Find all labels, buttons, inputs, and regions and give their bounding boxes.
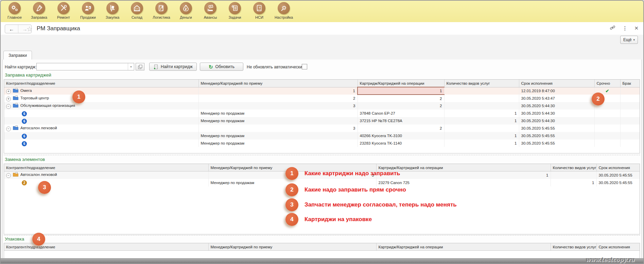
cartridge-name: 23283 Kyocera TK-1140 [358,139,444,147]
urgent-cell [594,117,620,125]
collapse-toggle-icon[interactable]: − [6,127,11,131]
close-icon[interactable]: ✕ [634,25,639,31]
col-manager-received[interactable]: Менеджер/Картриджей по приему [208,243,376,251]
col-contragent[interactable]: Контрагент/подразделение [4,164,208,171]
toolbar-item-refill[interactable]: Заправка [29,2,50,19]
annotation-2-text: Какие надо заправить прям срочно [304,186,406,193]
operation-count: 2 [358,102,444,110]
input-dropdown-icon[interactable]: ▾ [128,63,134,70]
toolbar-item-label: Заправка [31,15,47,19]
cartridge-name: 37215 HP №78 CE278A [358,117,444,125]
find-cartridge-button[interactable]: Найти картридж [149,63,197,71]
col-due[interactable]: Срок исполнения [596,243,640,251]
table-row[interactable]: 6 Менеджер по продажам 23283 Kyocera TK-… [4,139,640,147]
toolbar-item-nsi[interactable]: ? НСИ [249,2,270,19]
toolbar-item-money[interactable]: ₽ Деньги [175,2,196,19]
col-services-count[interactable]: Количество видов услуг [551,164,596,171]
table-row[interactable]: 6 Менеджер по продажам 40266 Kyocera TK-… [4,132,640,139]
col-due[interactable]: Срок исполнения [596,164,640,171]
table-row[interactable]: +Омега 1 1 12.01.2019 8:47:00 ✔ [4,87,640,95]
back-button[interactable]: ← [5,25,18,33]
group-folder-icon [13,126,18,130]
col-defect[interactable]: Брак [620,80,640,87]
table-row[interactable]: 6 Менеджер по продажам 37215 HP №78 CE27… [4,117,640,125]
urgent-cell [594,125,620,132]
svg-text:₽: ₽ [185,7,187,11]
toolbar-item-logistics[interactable]: AB Логистика [151,2,172,19]
toolbar-item-label: Задачи [229,15,241,19]
add-document-icon [153,64,158,69]
toolbar-item-settings[interactable]: Настройка [273,2,294,19]
due-date: 30.05.2020 5:45:55 [596,179,640,186]
annotation-4-text: Картриджи на упаковке [304,216,372,223]
received-count: 3 [198,102,358,110]
toolbar-item-tasks[interactable]: Задачи [224,2,245,19]
toolbar-item-purchase[interactable]: Закупка [102,2,123,19]
cartridge-name: 37848 Canon EP-27 [358,110,444,117]
col-services-count[interactable]: Количество видов услуг [551,243,596,251]
link-icon[interactable] [610,25,615,32]
toolbar-item-label: Деньги [180,15,192,19]
main-toolbar: Главное Заправка Ремонт ₽SALE Продажи За… [1,1,643,23]
received-count: 1 [198,87,358,95]
annotation-1-text: Какие картриджи надо заправить [304,170,400,177]
handtruck-icon [106,2,119,14]
find-cartridge-input-wrap: ▾ [36,63,134,70]
toolbar-item-main[interactable]: Главное [4,2,25,19]
table-row[interactable]: −Автосалон легковой 3 2 30.05.2020 5:45:… [4,125,640,132]
col-cartridge-operation[interactable]: Картридж/Картриджей на операции [358,80,444,87]
map-pin-icon: AB [155,2,168,14]
packing-table-header: Контрагент/подразделение Менеджер/Картри… [4,243,640,251]
due-date: 30.05.2020 5:44:30 [519,110,594,117]
col-manager-received[interactable]: Менеджер/Картриджей по приему [198,80,358,87]
services-count [551,171,596,179]
col-due[interactable]: Срок исполнения [519,80,594,87]
expand-toggle-icon[interactable]: + [6,97,11,101]
table-row[interactable]: 6 Менеджер по продажам 37848 Canon EP-27… [4,110,640,117]
col-cartridge-operation[interactable]: Картридж/Картриджей на операции [376,243,551,251]
selected-cell[interactable]: 1 [358,87,444,95]
expand-toggle-icon[interactable]: + [6,89,11,94]
more-menu-icon[interactable]: ⋮ [622,25,627,31]
find-cartridge-input[interactable] [37,64,128,69]
toolbar-item-sales[interactable]: ₽SALE Продажи [77,2,99,19]
no-autorefresh-checkbox[interactable] [302,64,307,69]
section-splitter[interactable] [4,155,640,155]
favorite-star-icon[interactable]: ☆ [27,25,33,33]
manager-name: Менеджер по продажам [198,139,358,147]
col-cartridge-operation[interactable]: Картридж/Картриджей на операции [376,164,551,171]
page-title: РМ Заправщика [37,25,80,32]
annotation-1: 1 Какие картриджи надо заправить [285,167,400,180]
col-urgent[interactable]: Срочно [594,80,620,87]
toolbar-item-label: Закупка [106,15,119,19]
col-services-count[interactable]: Количество видов услуг [444,80,519,87]
toolbar-item-label: Склад [132,15,142,19]
refill-table: Контрагент/подразделение Менеджер/Картри… [4,79,640,153]
toolbar-item-repair[interactable]: Ремонт [53,2,74,19]
collapse-toggle-icon[interactable]: − [6,173,11,178]
toolbar-item-warehouse[interactable]: Склад [126,2,147,19]
refresh-button[interactable]: ↻ Обновить [200,63,243,71]
tab-refills[interactable]: Заправки [3,51,32,60]
services-count: 1 [444,132,519,139]
more-button[interactable]: Ещё ▾ [620,36,638,44]
col-contragent[interactable]: Контрагент/подразделение [4,80,198,87]
defect-cell [620,110,640,117]
defect-cell [620,102,640,110]
toolbar-item-label: Продажи [80,15,96,19]
sale-person-icon: ₽SALE [82,2,94,14]
section-splitter[interactable] [4,235,640,235]
defect-cell [620,95,640,102]
table-row[interactable]: +Торговый центр 2 2 30.05.2020 5:43:47 [4,95,640,102]
annotation-4-badge: 4 [285,213,298,226]
collapse-toggle-icon[interactable]: − [6,104,11,109]
input-choose-button[interactable] [136,63,144,70]
toolbar-item-advances[interactable]: Авансы [200,2,221,19]
services-count: 1 [551,179,596,186]
due-date: 30.05.2020 5:44:30 [519,102,594,110]
no-autorefresh-label: Не обновлять автоматически: [247,65,303,69]
due-date: 12.01.2019 8:47:00 [519,87,594,95]
hand-money-icon [204,2,216,14]
svg-text:B: B [162,9,163,11]
table-row[interactable]: −Обслуживающая организация 3 2 30.05.202… [4,102,640,110]
